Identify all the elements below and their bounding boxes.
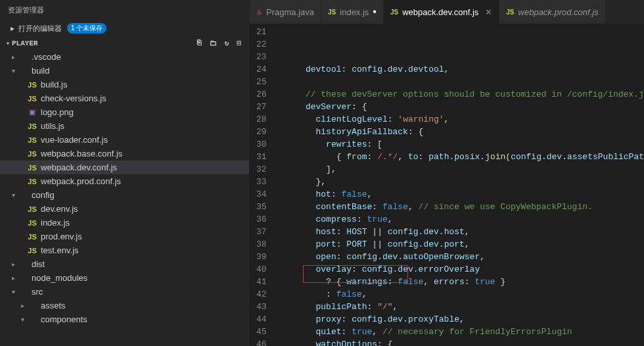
code-line[interactable] [279, 76, 644, 88]
tab-bar: ♨Pragma.javaJSindex.js•JSwebpack.dev.con… [250, 0, 644, 24]
editor-tab[interactable]: ♨Pragma.java [250, 0, 321, 24]
line-gutter: 2122232425262728293031323334353637383940… [250, 24, 279, 346]
project-section[interactable]: ▾ PLAYER ⎘ 🗀 ↻ ⊟ [0, 36, 249, 50]
code-line[interactable]: port: PORT || config.dev.port, [279, 238, 644, 251]
code-line[interactable]: clientLogLevel: 'warning', [279, 113, 644, 126]
line-number: 27 [256, 101, 267, 113]
file-item[interactable]: JSbuild.js [0, 78, 249, 91]
code-line[interactable]: { from: /.*/, to: path.posix.join(config… [279, 151, 644, 163]
file-item[interactable]: JSprod.env.js [0, 230, 249, 243]
file-item[interactable]: JSwebpack.base.conf.js [0, 147, 249, 161]
line-number: 42 [256, 288, 267, 301]
item-label: webpack.dev.conf.js [41, 162, 117, 172]
file-item[interactable]: JSindex.js [0, 216, 249, 230]
folder-item[interactable]: ▸dist [0, 257, 249, 271]
js-file-icon: JS [26, 136, 38, 144]
file-item[interactable]: JSvue-loader.conf.js [0, 133, 249, 147]
code-line[interactable]: // these devServer options should be cus… [279, 88, 644, 101]
folder-item[interactable]: ▾src [0, 285, 249, 299]
editor-tab[interactable]: JSwebpack.prod.conf.js [499, 0, 605, 24]
line-number: 41 [256, 276, 267, 288]
editor-tab[interactable]: JSindex.js• [321, 0, 384, 24]
item-label: logo.png [41, 107, 74, 117]
folder-item[interactable]: ▾config [0, 188, 249, 202]
item-label: check-versions.js [41, 93, 106, 103]
code-line[interactable]: rewrites: [ [279, 138, 644, 151]
line-number: 28 [256, 113, 267, 126]
tree-arrow-icon: ▸ [9, 260, 17, 268]
code-line[interactable]: publicPath: "/", [279, 301, 644, 313]
file-item[interactable]: JSwebpack.dev.conf.js [0, 161, 249, 174]
item-label: assets [41, 301, 66, 310]
file-item[interactable]: JSutils.js [0, 119, 249, 133]
js-file-icon: JS [26, 233, 38, 241]
js-file-icon: JS [26, 122, 38, 130]
file-item[interactable]: JSwebpack.prod.conf.js [0, 174, 249, 188]
item-label: .vscode [32, 52, 61, 62]
code-content[interactable]: devtool: config.dev.devtool, // these de… [279, 24, 644, 346]
project-name: PLAYER [12, 39, 38, 47]
new-folder-icon[interactable]: 🗀 [210, 39, 217, 47]
code-line[interactable]: quiet: true, // necessary for FriendlyEr… [279, 326, 644, 338]
file-item[interactable]: JScheck-versions.js [0, 91, 249, 105]
js-file-icon: JS [26, 205, 38, 213]
code-line[interactable]: historyApiFallback: { [279, 126, 644, 138]
line-number: 22 [256, 38, 267, 51]
line-number: 29 [256, 126, 267, 138]
line-number: 32 [256, 163, 267, 176]
refresh-icon[interactable]: ↻ [225, 39, 229, 47]
code-line[interactable]: ], [279, 163, 644, 176]
tab-label: index.js [340, 7, 369, 17]
code-line[interactable]: }, [279, 176, 644, 188]
code-line[interactable]: compress: true, [279, 213, 644, 226]
tree-arrow-icon: ▾ [9, 288, 17, 295]
code-line[interactable]: devServer: { [279, 101, 644, 113]
code-line[interactable]: devtool: config.dev.devtool, [279, 63, 644, 76]
js-file-icon: JS [506, 9, 514, 16]
code-line[interactable]: hot: false, [279, 188, 644, 201]
line-number: 40 [256, 263, 267, 276]
code-area: 2122232425262728293031323334353637383940… [250, 24, 644, 346]
line-number: 25 [256, 76, 267, 88]
item-label: index.js [41, 218, 70, 228]
file-item[interactable]: JSdev.env.js [0, 202, 249, 216]
new-file-icon[interactable]: ⎘ [197, 39, 202, 47]
item-label: components [41, 314, 87, 324]
code-line[interactable]: overlay: config.dev.errorOverlay [279, 263, 644, 276]
item-label: webpack.prod.conf.js [41, 176, 121, 186]
item-label: node_modules [32, 273, 87, 283]
code-line[interactable]: proxy: config.dev.proxyTable, [279, 313, 644, 326]
line-number: 26 [256, 88, 267, 101]
code-line[interactable]: contentBase: false, // since we use Copy… [279, 201, 644, 213]
line-number: 38 [256, 238, 267, 251]
code-line[interactable]: watchOptions: { [279, 338, 644, 346]
folder-item[interactable]: ▸assets [0, 299, 249, 312]
code-line[interactable]: open: config.dev.autoOpenBrowser, [279, 251, 644, 263]
folder-item[interactable]: ▸.vscode [0, 50, 249, 64]
collapse-icon[interactable]: ⊟ [237, 39, 241, 47]
js-file-icon: JS [26, 219, 38, 227]
java-file-icon: ♨ [256, 9, 262, 16]
tree-arrow-icon: ▸ [9, 53, 17, 61]
editor-tab[interactable]: JSwebpack.dev.conf.js✕ [384, 0, 499, 24]
folder-item[interactable]: ▾components [0, 312, 249, 326]
folder-item[interactable]: ▾build [0, 64, 249, 78]
code-line[interactable]: : false, [279, 288, 644, 301]
open-editors-section[interactable]: ▸ 打开的编辑器 1 个未保存 [0, 20, 249, 36]
item-label: dev.env.js [41, 204, 78, 214]
code-line[interactable]: ? { warnings: false, errors: true } [279, 276, 644, 288]
tree-arrow-icon: ▾ [9, 67, 17, 74]
tab-label: webpack.prod.conf.js [518, 7, 599, 17]
line-number: 35 [256, 201, 267, 213]
code-line[interactable]: host: HOST || config.dev.host, [279, 226, 644, 238]
file-item[interactable]: ▣logo.png [0, 105, 249, 119]
file-item[interactable]: JStest.env.js [0, 243, 249, 257]
line-number: 21 [256, 26, 267, 38]
item-label: src [32, 287, 43, 297]
folder-item[interactable]: ▸node_modules [0, 271, 249, 285]
line-number: 46 [256, 338, 267, 346]
line-number: 24 [256, 63, 267, 76]
item-label: webpack.base.conf.js [41, 149, 122, 159]
close-tab-icon[interactable]: ✕ [485, 7, 492, 17]
line-number: 37 [256, 226, 267, 238]
